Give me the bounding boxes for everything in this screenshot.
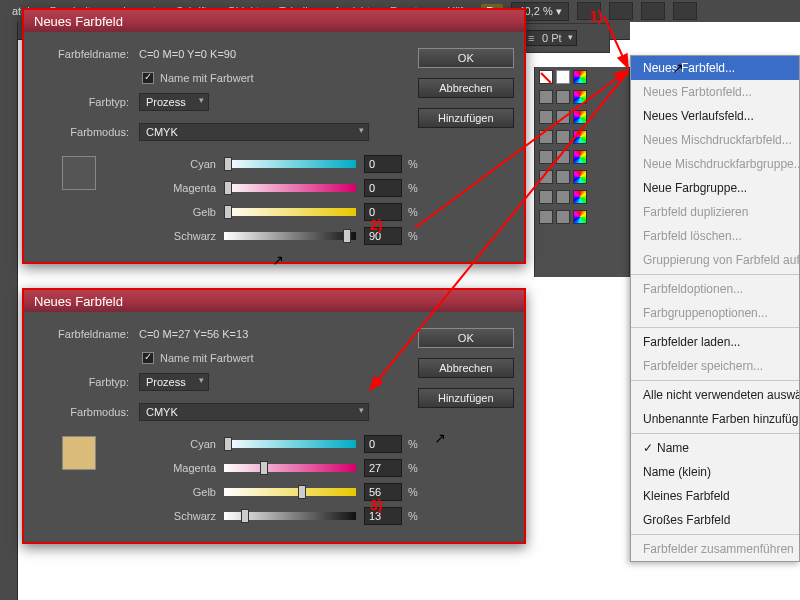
ok-button[interactable]: OK [418,328,514,348]
swatch-name-label: Farbfeldname: [34,328,139,340]
swatch-item[interactable] [556,190,570,204]
cancel-button[interactable]: Abbrechen [418,358,514,378]
flyout-view-large-swatch[interactable]: Großes Farbfeld [631,508,799,532]
flyout-view-name[interactable]: Name [631,436,799,460]
swatch-none[interactable] [539,70,553,84]
flyout-delete-swatch[interactable]: Farbfeld löschen... [631,224,799,248]
magenta-slider[interactable] [224,464,356,472]
swatches-panel [534,67,630,277]
swatch-item[interactable] [539,150,553,164]
flyout-colorgroup-options[interactable]: Farbgruppenoptionen... [631,301,799,325]
swatch-item[interactable] [556,150,570,164]
flyout-view-small-swatch[interactable]: Kleines Farbfeld [631,484,799,508]
toolbar-icon-2[interactable] [609,2,633,20]
annotation-2: 2) [370,217,382,233]
flyout-ungroup-swatch[interactable]: Gruppierung von Farbfeld aufheben [631,248,799,272]
flyout-load-swatches[interactable]: Farbfelder laden... [631,330,799,354]
flyout-save-swatches[interactable]: Farbfelder speichern... [631,354,799,378]
swatch-item[interactable] [556,170,570,184]
color-type-label: Farbtyp: [34,376,139,388]
cyan-input[interactable]: 0 [364,435,402,453]
color-mode-label: Farbmodus: [34,126,139,138]
black-label: Schwarz [166,230,224,242]
swatch-item[interactable] [539,130,553,144]
flyout-separator [631,274,799,275]
flyout-new-color-group[interactable]: Neue Farbgruppe... [631,176,799,200]
cyan-slider[interactable] [224,160,356,168]
black-slider[interactable] [224,232,356,240]
swatch-item[interactable] [539,210,553,224]
toolbar-icon-3[interactable] [641,2,665,20]
flyout-new-swatch[interactable]: Neues Farbfeld... [631,56,799,80]
name-with-value-label: Name mit Farbwert [160,352,254,364]
swatch-cmyk-icon [573,70,587,84]
ok-button[interactable]: OK [418,48,514,68]
cursor-icon [272,252,286,270]
cursor-icon [672,60,686,78]
name-with-value-checkbox[interactable] [142,352,154,364]
swatch-item[interactable] [556,210,570,224]
swatch-item[interactable] [539,110,553,124]
cancel-button[interactable]: Abbrechen [418,78,514,98]
cyan-label: Cyan [166,158,224,170]
dialog-title: Neues Farbfeld [24,290,524,312]
flyout-separator [631,433,799,434]
flyout-new-gradient[interactable]: Neues Verlaufsfeld... [631,104,799,128]
flyout-duplicate-swatch[interactable]: Farbfeld duplizieren [631,200,799,224]
name-with-value-checkbox[interactable] [142,72,154,84]
magenta-input[interactable]: 0 [364,179,402,197]
swatches-flyout-menu: Neues Farbfeld... Neues Farbtonfeld... N… [630,55,800,562]
toolbar-icon-4[interactable] [673,2,697,20]
swatch-registration[interactable] [556,70,570,84]
add-button[interactable]: Hinzufügen [418,388,514,408]
flyout-separator [631,327,799,328]
color-mode-dropdown[interactable]: CMYK [139,123,369,141]
cyan-slider[interactable] [224,440,356,448]
swatch-cmyk-icon [573,130,587,144]
black-label: Schwarz [166,510,224,522]
annotation-1: 1) [590,8,602,24]
flyout-separator [631,534,799,535]
flyout-new-tint[interactable]: Neues Farbtonfeld... [631,80,799,104]
swatch-cmyk-icon [573,110,587,124]
yellow-slider[interactable] [224,208,356,216]
swatch-item[interactable] [556,110,570,124]
swatch-item[interactable] [539,190,553,204]
color-type-label: Farbtyp: [34,96,139,108]
stroke-weight-dropdown[interactable]: 0 Pt [523,30,577,46]
swatch-item[interactable] [556,130,570,144]
swatch-item[interactable] [556,90,570,104]
yellow-slider[interactable] [224,488,356,496]
flyout-new-mixed-ink[interactable]: Neues Mischdruckfarbfeld... [631,128,799,152]
flyout-separator [631,380,799,381]
dialog-title: Neues Farbfeld [24,10,524,32]
flyout-select-unused[interactable]: Alle nicht verwendeten auswählen [631,383,799,407]
magenta-label: Magenta [166,462,224,474]
cyan-input[interactable]: 0 [364,155,402,173]
flyout-swatch-options[interactable]: Farbfeldoptionen... [631,277,799,301]
flyout-new-mixed-ink-group[interactable]: Neue Mischdruckfarbgruppe... [631,152,799,176]
color-type-dropdown[interactable]: Prozess [139,93,209,111]
flyout-merge-swatches[interactable]: Farbfelder zusammenführen [631,537,799,561]
annotation-3: 3) [370,497,382,513]
magenta-input[interactable]: 27 [364,459,402,477]
swatch-name-value: C=0 M=27 Y=56 K=13 [139,328,248,340]
yellow-label: Gelb [166,486,224,498]
flyout-add-unnamed[interactable]: Unbenannte Farben hinzufügen [631,407,799,431]
swatch-cmyk-icon [573,170,587,184]
swatch-preview [62,156,96,190]
black-slider[interactable] [224,512,356,520]
color-mode-label: Farbmodus: [34,406,139,418]
swatch-cmyk-icon [573,190,587,204]
swatch-preview [62,436,96,470]
swatch-name-value: C=0 M=0 Y=0 K=90 [139,48,236,60]
swatch-item[interactable] [539,90,553,104]
swatch-cmyk-icon [573,90,587,104]
swatch-cmyk-icon [573,150,587,164]
color-mode-dropdown[interactable]: CMYK [139,403,369,421]
magenta-slider[interactable] [224,184,356,192]
swatch-item[interactable] [539,170,553,184]
color-type-dropdown[interactable]: Prozess [139,373,209,391]
flyout-view-small-name[interactable]: Name (klein) [631,460,799,484]
add-button[interactable]: Hinzufügen [418,108,514,128]
